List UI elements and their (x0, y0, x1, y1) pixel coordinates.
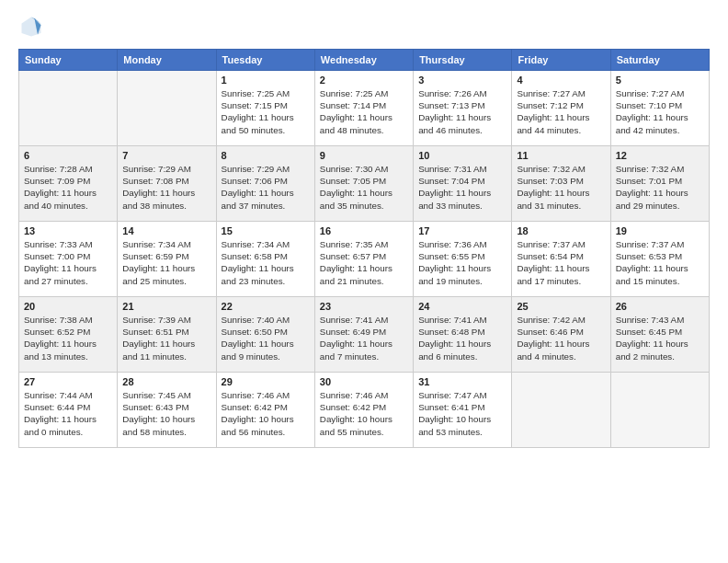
day-info: Sunrise: 7:45 AMSunset: 6:43 PMDaylight:… (122, 389, 210, 438)
day-info: Sunrise: 7:33 AMSunset: 7:00 PMDaylight:… (24, 238, 112, 287)
day-info: Sunrise: 7:32 AMSunset: 7:03 PMDaylight:… (517, 163, 605, 212)
day-number: 10 (418, 150, 506, 161)
calendar-cell: 8Sunrise: 7:29 AMSunset: 7:06 PMDaylight… (216, 146, 314, 222)
day-info: Sunrise: 7:29 AMSunset: 7:08 PMDaylight:… (122, 163, 210, 212)
day-number: 22 (222, 301, 310, 312)
day-number: 28 (122, 376, 210, 387)
day-number: 21 (122, 301, 210, 312)
calendar-cell: 9Sunrise: 7:30 AMSunset: 7:05 PMDaylight… (314, 146, 413, 222)
day-info: Sunrise: 7:31 AMSunset: 7:04 PMDaylight:… (418, 163, 506, 212)
calendar-cell: 25Sunrise: 7:42 AMSunset: 6:46 PMDayligh… (512, 297, 610, 373)
logo-icon (18, 14, 44, 40)
calendar-cell: 13Sunrise: 7:33 AMSunset: 7:00 PMDayligh… (19, 222, 118, 297)
day-info: Sunrise: 7:35 AMSunset: 6:57 PMDaylight:… (320, 238, 408, 287)
calendar-cell: 5Sunrise: 7:27 AMSunset: 7:10 PMDaylight… (610, 71, 709, 146)
header (18, 14, 710, 40)
day-info: Sunrise: 7:47 AMSunset: 6:41 PMDaylight:… (418, 389, 506, 438)
calendar-header-row: SundayMondayTuesdayWednesdayThursdayFrid… (19, 50, 710, 71)
day-number: 17 (418, 225, 506, 236)
calendar-cell: 16Sunrise: 7:35 AMSunset: 6:57 PMDayligh… (314, 222, 413, 297)
calendar-cell (610, 373, 709, 448)
day-number: 14 (122, 225, 210, 236)
day-info: Sunrise: 7:39 AMSunset: 6:51 PMDaylight:… (122, 314, 210, 362)
day-info: Sunrise: 7:30 AMSunset: 7:05 PMDaylight:… (320, 163, 408, 212)
calendar-week-row: 27Sunrise: 7:44 AMSunset: 6:44 PMDayligh… (19, 373, 710, 448)
day-number: 30 (320, 376, 408, 387)
day-number: 27 (24, 376, 112, 387)
day-info: Sunrise: 7:25 AMSunset: 7:15 PMDaylight:… (222, 87, 310, 136)
calendar-cell: 2Sunrise: 7:25 AMSunset: 7:14 PMDaylight… (314, 71, 413, 146)
day-number: 15 (222, 225, 310, 236)
day-info: Sunrise: 7:42 AMSunset: 6:46 PMDaylight:… (517, 314, 605, 362)
day-number: 23 (320, 301, 408, 312)
calendar-cell: 1Sunrise: 7:25 AMSunset: 7:15 PMDaylight… (216, 71, 314, 146)
logo (18, 14, 48, 40)
day-info: Sunrise: 7:37 AMSunset: 6:54 PMDaylight:… (517, 238, 605, 287)
day-number: 8 (222, 150, 310, 161)
day-number: 29 (222, 376, 310, 387)
calendar-cell: 11Sunrise: 7:32 AMSunset: 7:03 PMDayligh… (512, 146, 610, 222)
weekday-header: Saturday (610, 50, 709, 71)
weekday-header: Tuesday (216, 50, 314, 71)
day-info: Sunrise: 7:43 AMSunset: 6:45 PMDaylight:… (616, 314, 704, 362)
day-info: Sunrise: 7:46 AMSunset: 6:42 PMDaylight:… (320, 389, 408, 438)
day-number: 9 (320, 150, 408, 161)
day-number: 16 (320, 225, 408, 236)
day-number: 24 (418, 301, 506, 312)
day-info: Sunrise: 7:28 AMSunset: 7:09 PMDaylight:… (24, 163, 112, 212)
day-number: 13 (24, 225, 112, 236)
calendar-cell: 28Sunrise: 7:45 AMSunset: 6:43 PMDayligh… (118, 373, 216, 448)
day-info: Sunrise: 7:25 AMSunset: 7:14 PMDaylight:… (320, 87, 408, 136)
calendar-cell: 21Sunrise: 7:39 AMSunset: 6:51 PMDayligh… (118, 297, 216, 373)
day-number: 1 (222, 75, 310, 86)
day-info: Sunrise: 7:36 AMSunset: 6:55 PMDaylight:… (418, 238, 506, 287)
calendar-cell: 22Sunrise: 7:40 AMSunset: 6:50 PMDayligh… (216, 297, 314, 373)
day-info: Sunrise: 7:27 AMSunset: 7:10 PMDaylight:… (616, 87, 704, 136)
calendar-cell: 12Sunrise: 7:32 AMSunset: 7:01 PMDayligh… (610, 146, 709, 222)
calendar-cell: 27Sunrise: 7:44 AMSunset: 6:44 PMDayligh… (19, 373, 118, 448)
calendar-cell: 3Sunrise: 7:26 AMSunset: 7:13 PMDaylight… (414, 71, 512, 146)
calendar-cell: 7Sunrise: 7:29 AMSunset: 7:08 PMDaylight… (118, 146, 216, 222)
day-number: 2 (320, 75, 408, 86)
day-number: 25 (517, 301, 605, 312)
calendar-cell: 10Sunrise: 7:31 AMSunset: 7:04 PMDayligh… (414, 146, 512, 222)
day-info: Sunrise: 7:40 AMSunset: 6:50 PMDaylight:… (222, 314, 310, 362)
calendar-cell: 24Sunrise: 7:41 AMSunset: 6:48 PMDayligh… (414, 297, 512, 373)
day-info: Sunrise: 7:37 AMSunset: 6:53 PMDaylight:… (616, 238, 704, 287)
day-info: Sunrise: 7:46 AMSunset: 6:42 PMDaylight:… (222, 389, 310, 438)
day-number: 19 (616, 225, 704, 236)
day-info: Sunrise: 7:44 AMSunset: 6:44 PMDaylight:… (24, 389, 112, 438)
calendar-cell: 31Sunrise: 7:47 AMSunset: 6:41 PMDayligh… (414, 373, 512, 448)
day-number: 20 (24, 301, 112, 312)
day-number: 5 (616, 75, 704, 86)
calendar-week-row: 1Sunrise: 7:25 AMSunset: 7:15 PMDaylight… (19, 71, 710, 146)
weekday-header: Thursday (414, 50, 512, 71)
day-number: 26 (616, 301, 704, 312)
calendar-week-row: 13Sunrise: 7:33 AMSunset: 7:00 PMDayligh… (19, 222, 710, 297)
calendar-week-row: 6Sunrise: 7:28 AMSunset: 7:09 PMDaylight… (19, 146, 710, 222)
day-number: 7 (122, 150, 210, 161)
day-info: Sunrise: 7:41 AMSunset: 6:49 PMDaylight:… (320, 314, 408, 362)
day-number: 18 (517, 225, 605, 236)
calendar-cell: 30Sunrise: 7:46 AMSunset: 6:42 PMDayligh… (314, 373, 413, 448)
day-number: 31 (418, 376, 506, 387)
day-number: 12 (616, 150, 704, 161)
day-info: Sunrise: 7:26 AMSunset: 7:13 PMDaylight:… (418, 87, 506, 136)
calendar-cell: 6Sunrise: 7:28 AMSunset: 7:09 PMDaylight… (19, 146, 118, 222)
day-info: Sunrise: 7:41 AMSunset: 6:48 PMDaylight:… (418, 314, 506, 362)
calendar-cell: 26Sunrise: 7:43 AMSunset: 6:45 PMDayligh… (610, 297, 709, 373)
weekday-header: Sunday (19, 50, 118, 71)
calendar-cell: 18Sunrise: 7:37 AMSunset: 6:54 PMDayligh… (512, 222, 610, 297)
day-info: Sunrise: 7:34 AMSunset: 6:59 PMDaylight:… (122, 238, 210, 287)
calendar-cell: 29Sunrise: 7:46 AMSunset: 6:42 PMDayligh… (216, 373, 314, 448)
calendar-cell: 15Sunrise: 7:34 AMSunset: 6:58 PMDayligh… (216, 222, 314, 297)
day-number: 4 (517, 75, 605, 86)
day-info: Sunrise: 7:38 AMSunset: 6:52 PMDaylight:… (24, 314, 112, 362)
weekday-header: Friday (512, 50, 610, 71)
weekday-header: Wednesday (314, 50, 413, 71)
calendar-cell (512, 373, 610, 448)
day-info: Sunrise: 7:34 AMSunset: 6:58 PMDaylight:… (222, 238, 310, 287)
page: SundayMondayTuesdayWednesdayThursdayFrid… (0, 0, 728, 457)
calendar-cell: 23Sunrise: 7:41 AMSunset: 6:49 PMDayligh… (314, 297, 413, 373)
calendar-table: SundayMondayTuesdayWednesdayThursdayFrid… (18, 49, 710, 448)
